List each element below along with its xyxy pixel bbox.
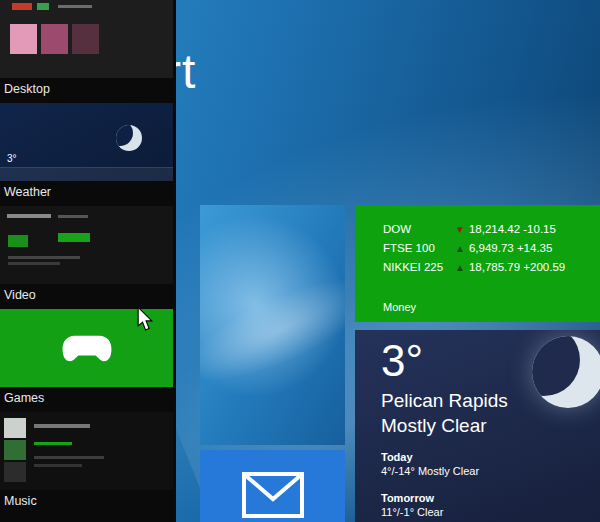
- up-arrow-icon: ▲: [455, 243, 465, 254]
- app-label-video: Video: [0, 284, 173, 302]
- quote-value: 18,214.42: [469, 223, 520, 235]
- down-arrow-icon: ▼: [455, 224, 465, 235]
- envelope-icon: [242, 472, 304, 518]
- quote-row-dow: DOW▼18,214.42 -10.15: [383, 220, 600, 239]
- tile-mail[interactable]: [200, 450, 345, 522]
- weather-thumbnail: 3°: [0, 103, 173, 181]
- quote-index: FTSE 100: [383, 239, 455, 257]
- music-text-line: [34, 456, 104, 459]
- forecast-detail-tomorrow: 11°/-1° Clear: [381, 505, 600, 520]
- forecast-day-today: Today: [381, 450, 600, 464]
- up-arrow-icon: ▲: [455, 262, 465, 273]
- tile-money[interactable]: DOW▼18,214.42 -10.15 FTSE 100▲6,949.73 +…: [355, 205, 600, 322]
- window-titlebar-red: [12, 3, 32, 10]
- album-art: [4, 462, 26, 482]
- music-text-line: [34, 464, 82, 467]
- video-green-button: [58, 233, 90, 242]
- album-art: [72, 24, 99, 54]
- switcher-item-video[interactable]: Video: [0, 206, 173, 302]
- mouse-cursor: [136, 306, 154, 332]
- video-text-bar: [58, 215, 88, 218]
- switcher-item-music[interactable]: Music: [0, 412, 173, 508]
- desktop-wallpaper-streak: [200, 253, 345, 406]
- album-art: [10, 24, 37, 54]
- tile-weather[interactable]: 3° Pelican Rapids Mostly Clear Today 4°/…: [355, 330, 600, 522]
- music-green-accent: [34, 442, 72, 445]
- album-art: [4, 418, 26, 438]
- window-titlebar-green: [37, 3, 49, 10]
- app-label-music: Music: [0, 490, 173, 508]
- switcher-item-weather[interactable]: 3° Weather: [0, 103, 173, 199]
- gamepad-icon: [60, 332, 114, 364]
- quote-index: DOW: [383, 220, 455, 238]
- weather-condition: Mostly Clear: [381, 413, 600, 438]
- desktop-thumbnail: [0, 0, 173, 78]
- money-tile-label: Money: [383, 301, 416, 313]
- quote-change: +200.59: [523, 261, 565, 273]
- start-screen: rt DOW▼18,214.42 -10.15 FTSE 100▲6,949.7…: [0, 0, 600, 522]
- quote-row-ftse: FTSE 100▲6,949.73 +14.35: [383, 239, 600, 258]
- quote-index: NIKKEI 225: [383, 258, 455, 276]
- music-thumbnail: [0, 412, 173, 490]
- quote-value: 18,785.79: [469, 261, 520, 273]
- video-green-tile: [8, 235, 28, 247]
- tile-desktop[interactable]: [200, 205, 345, 445]
- thumb-temperature: 3°: [7, 153, 17, 164]
- switcher-item-desktop[interactable]: Desktop: [0, 0, 173, 96]
- music-text-bar: [34, 424, 90, 428]
- forecast-day-tomorrow: Tomorrow: [381, 491, 600, 505]
- album-art: [4, 440, 26, 460]
- album-art: [41, 24, 68, 54]
- quote-value: 6,949.73: [469, 242, 514, 254]
- video-text-line: [8, 262, 60, 265]
- video-title-bar: [7, 214, 51, 218]
- quote-change: -10.15: [523, 223, 556, 235]
- quote-change: +14.35: [517, 242, 553, 254]
- quote-row-nikkei: NIKKEI 225▲18,785.79 +200.59: [383, 258, 600, 277]
- forecast-detail-today: 4°/-14° Mostly Clear: [381, 464, 600, 479]
- video-text-line: [8, 256, 80, 259]
- app-label-weather: Weather: [0, 181, 173, 199]
- crescent-moon-icon: [532, 336, 600, 408]
- video-thumbnail: [0, 206, 173, 284]
- app-label-games: Games: [0, 387, 173, 405]
- app-label-desktop: Desktop: [0, 78, 173, 96]
- crescent-moon-icon: [116, 125, 142, 151]
- forecast-strip: [0, 167, 173, 181]
- app-switcher: Desktop 3° Weather Video: [0, 0, 176, 522]
- window-text-dash: [58, 5, 92, 8]
